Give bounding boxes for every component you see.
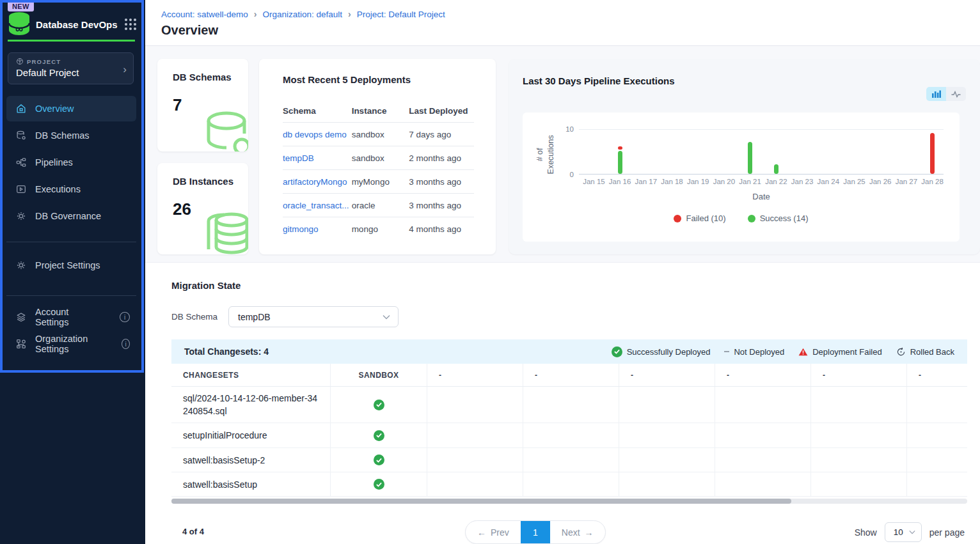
column-header: Schema [283,106,352,116]
legend-not-deployed: Not Deployed [724,347,784,357]
table-row: tempDB sandbox 2 months ago [283,146,474,170]
page-number-button[interactable]: 1 [521,521,550,543]
column-header-sandbox: SANDBOX [331,364,427,386]
chart-title: Last 30 Days Pipeline Executions [523,75,675,86]
gear-icon [15,260,27,271]
next-page-button[interactable]: Next → [550,521,605,543]
table-row: gitmongo mongo 4 months ago [283,217,474,241]
sidebar-tertiary-nav: Account Settings i Organization Settings… [6,304,136,358]
sidebar-item-db-schemas[interactable]: DB Schemas [6,123,136,148]
sidebar-item-label: DB Governance [35,211,101,221]
info-icon[interactable]: i [122,339,130,349]
chart-x-labels: Jan 15Jan 16Jan 17Jan 18Jan 19Jan 20Jan … [579,178,944,188]
line-chart-toggle-button[interactable] [946,87,966,101]
sidebar-item-organization-settings[interactable]: Organization Settings i [6,331,136,357]
sidebar-item-overview[interactable]: Overview [6,96,136,121]
legend-rolled-back: Rolled Back [896,347,954,357]
legend-deployment-failed: Deployment Failed [798,347,881,357]
instance-cell: oracle [352,201,375,210]
app-window: NEW ∞ Database DevOps PROJECT Default Pr… [0,0,980,544]
page-title: Overview [161,23,218,38]
instance-cell: mongo [352,224,378,234]
breadcrumb: Account: satwell-demo › Organization: de… [161,9,445,19]
schema-link[interactable]: tempDB [283,153,314,163]
bar-chart-icon [932,90,941,98]
schema-link[interactable]: gitmongo [283,224,319,234]
sidebar-item-account-settings[interactable]: Account Settings i [6,304,136,330]
table-row: satwell:basisSetup-2 [171,448,967,472]
org-chart-gear-icon [15,338,27,350]
changeset-cell: satwell:basisSetup-2 [171,448,331,472]
sidebar-divider [6,295,136,296]
deployments-table: Schema Instance Last Deployed db devops … [283,99,474,241]
info-icon[interactable]: i [120,312,130,322]
x-tick-label: Jan 28 [917,178,948,185]
last-deployed-cell: 7 days ago [409,130,451,139]
sidebar-item-label: Account Settings [35,307,103,327]
rollback-arrow-icon [896,347,906,357]
last-deployed-cell: 4 months ago [409,224,461,234]
breadcrumb-project-link[interactable]: Project: Default Project [357,10,445,19]
sidebar-item-label: Overview [35,104,74,114]
changeset-cell: setupInitialProcedure [171,423,331,447]
sidebar-nav: Overview DB Schemas Pipelines Executions… [6,96,136,230]
breadcrumb-account-link[interactable]: Account: satwell-demo [161,10,248,19]
horizontal-scrollbar-track[interactable] [171,499,967,504]
table-row: sql/2024-10-14-12-06-member-34240854.sql [171,387,967,423]
bar-chart-toggle-button[interactable] [926,87,946,101]
success-check-icon [374,430,384,441]
y-tick-label: 10 [565,125,574,133]
app-launcher-grid-icon[interactable] [125,19,136,30]
table-title-band: Total Changesets: 4 Successfully Deploye… [171,339,967,364]
recent-deployments-card: Most Recent 5 Deployments Schema Instanc… [259,59,496,254]
page-header: Account: satwell-demo › Organization: de… [145,0,980,46]
db-schema-select[interactable]: tempDB [228,306,399,327]
failed-bar [618,146,622,150]
schema-link[interactable]: artifactoryMongo [283,177,347,187]
project-label: PROJECT [27,58,61,65]
x-axis-title: Date [579,192,944,201]
sidebar-item-pipelines[interactable]: Pipelines [6,150,136,175]
gear-icon [15,210,27,222]
column-header: Instance [352,106,409,116]
success-bar [748,142,752,174]
project-selector[interactable]: PROJECT Default Project › [8,52,134,84]
column-header-empty: - [907,364,967,386]
check-circle-icon [612,346,622,357]
database-stack-icon [200,210,248,254]
line-chart-icon [951,91,961,98]
migration-state-section: Migration State DB Schema tempDB Total C… [145,262,980,544]
sidebar-item-project-settings[interactable]: Project Settings [6,253,136,278]
sidebar-item-label: Pipelines [35,157,73,167]
prev-page-button[interactable]: ← Prev [466,521,521,543]
per-page-label: per page [929,527,965,538]
schema-link[interactable]: oracle_transact... [283,201,349,210]
project-cube-icon [16,58,24,65]
chart-plot-area [579,129,944,175]
db-schema-label: DB Schema [171,312,217,322]
play-box-icon [15,183,27,195]
table-header-row: CHANGESETS SANDBOX - - - - - - [171,364,967,387]
section-title: Migration State [171,280,241,291]
table-row: artifactoryMongo myMongo 3 months ago [283,170,474,194]
schema-link[interactable]: db devops demo [283,130,347,139]
stat-label: DB Instances [173,176,248,187]
per-page-select[interactable]: 10 [885,522,922,542]
svg-text:∞: ∞ [15,23,23,35]
warning-triangle-icon [798,348,808,356]
y-tick-label: 0 [570,171,574,178]
chart-plot-card: # of Executions 010 Jan 15Jan 16Jan 17Ja… [523,113,960,242]
horizontal-scrollbar-thumb[interactable] [171,499,791,504]
db-schemas-card: DB Schemas 7 [157,59,248,152]
instance-cell: myMongo [352,177,390,187]
pagination: ← Prev 1 Next → [465,520,606,544]
sidebar-item-db-governance[interactable]: DB Governance [6,203,136,229]
db-schema-selected-value: tempDB [238,312,271,322]
instance-cell: sandbox [352,153,384,163]
table-row: satwell:basisSetup [171,472,967,497]
breadcrumb-organization-link[interactable]: Organization: default [262,10,342,19]
last-deployed-cell: 3 months ago [409,201,461,210]
sidebar-secondary-nav: Project Settings [6,253,136,279]
sidebar-item-executions[interactable]: Executions [6,176,136,202]
success-check-icon [374,400,384,410]
